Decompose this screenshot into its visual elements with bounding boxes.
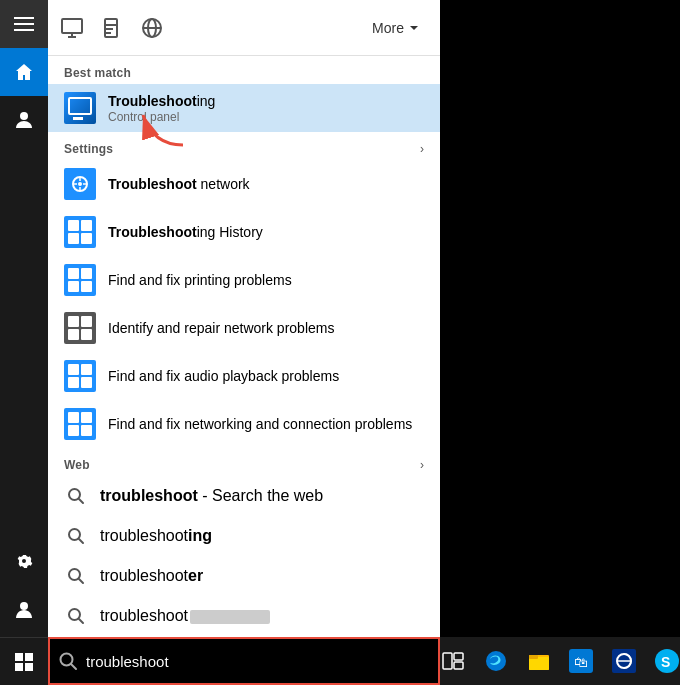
best-match-title-bold: Troubleshoot [108,93,197,109]
web-arrow-icon: › [420,458,424,472]
settings-item-1-text: Troubleshoot network [108,175,424,193]
svg-rect-7 [15,663,23,671]
svg-rect-6 [25,653,33,661]
globe-icon[interactable] [136,12,168,44]
search-input-value[interactable]: troubleshoot [78,653,430,670]
web-item-2-text: troubleshooting [100,527,424,545]
svg-point-15 [78,182,82,186]
settings-item-4-icon [64,312,96,344]
settings-item-3[interactable]: Find and fix printing problems [48,256,440,304]
results-area: Best match Troubleshooting Control panel [48,56,440,637]
best-match-item[interactable]: Troubleshooting Control panel [48,84,440,132]
settings-item-2[interactable]: Troubleshooting History [48,208,440,256]
settings-item-3-text: Find and fix printing problems [108,271,424,289]
settings-item-4[interactable]: Identify and repair network problems [48,304,440,352]
settings-item-5-text: Find and fix audio playback problems [108,367,424,385]
settings-item-6-icon [64,408,96,440]
monitor-icon[interactable] [56,12,88,44]
web-item-2[interactable]: troubleshooting [48,516,440,556]
settings-item-6-text: Find and fix networking and connection p… [108,415,424,433]
right-area: 🛍 S [440,0,680,685]
web-search-icon-1 [64,484,88,508]
settings-section-header[interactable]: Settings › [48,132,440,160]
best-match-title: Troubleshooting [108,92,424,110]
skype-icon[interactable]: S [653,643,680,679]
web-search-icon-4 [64,604,88,628]
svg-rect-28 [529,655,538,659]
svg-point-25 [486,651,506,671]
settings-item-6-title: Find and fix networking and connection p… [108,415,424,433]
taskbar-bottom-section [0,537,48,685]
best-match-text: Troubleshooting Control panel [108,92,424,124]
hamburger-menu-icon[interactable] [0,0,48,48]
web-search-icon-2 [64,524,88,548]
settings-item-5-icon [64,360,96,392]
toolbar: More [48,0,440,56]
best-match-subtitle: Control panel [108,110,424,124]
settings-item-4-title: Identify and repair network problems [108,319,424,337]
svg-rect-9 [62,19,82,33]
settings-item-5-title: Find and fix audio playback problems [108,367,424,385]
web-label: Web [64,458,90,472]
web-item-4-text: troubleshoot [100,607,424,625]
file-explorer-icon[interactable] [525,643,552,679]
best-match-title-rest: ing [197,93,216,109]
best-match-label: Best match [48,56,440,84]
svg-point-4 [20,602,28,610]
svg-point-3 [20,112,28,120]
svg-text:🛍: 🛍 [574,654,588,670]
svg-rect-2 [14,29,34,31]
more-button[interactable]: More [360,14,432,42]
svg-rect-5 [15,653,23,661]
search-panel: More Best match Troubleshooting Control … [48,0,440,685]
svg-rect-0 [14,17,34,19]
svg-rect-1 [14,23,34,25]
ie-icon[interactable] [611,643,638,679]
web-section-header[interactable]: Web › [48,448,440,476]
svg-rect-8 [25,663,33,671]
settings-item-1-title: Troubleshoot network [108,175,424,193]
web-item-1-text: troubleshoot - Search the web [100,487,424,505]
edge-browser-icon[interactable] [483,643,510,679]
settings-label: Settings [64,142,113,156]
search-bar-icon [58,651,78,671]
more-label: More [372,20,404,36]
web-item-3-text: troubleshooter [100,567,424,585]
svg-rect-22 [443,653,452,669]
settings-item-4-text: Identify and repair network problems [108,319,424,337]
settings-item-1-icon [64,168,96,200]
windows-taskbar: 🛍 S [440,637,680,685]
document-icon[interactable] [96,12,128,44]
settings-item-2-title: Troubleshooting History [108,223,424,241]
web-item-4[interactable]: troubleshoot [48,596,440,636]
settings-item-2-text: Troubleshooting History [108,223,424,241]
settings-item-5[interactable]: Find and fix audio playback problems [48,352,440,400]
settings-item-3-title: Find and fix printing problems [108,271,424,289]
settings-item-2-icon [64,216,96,248]
settings-item-6[interactable]: Find and fix networking and connection p… [48,400,440,448]
search-bar[interactable]: troubleshoot [48,637,440,685]
svg-text:S: S [661,654,670,670]
home-icon[interactable] [0,48,48,96]
svg-rect-23 [454,653,463,660]
web-item-3[interactable]: troubleshooter [48,556,440,596]
settings-arrow-icon: › [420,142,424,156]
left-taskbar [0,0,48,685]
control-panel-icon [64,92,96,124]
web-item-1[interactable]: troubleshoot - Search the web [48,476,440,516]
person-icon[interactable] [0,96,48,144]
windows-store-icon[interactable]: 🛍 [568,643,595,679]
task-view-icon[interactable] [440,643,467,679]
svg-rect-24 [454,662,463,669]
settings-item-3-icon [64,264,96,296]
windows-start-icon[interactable] [0,637,48,685]
settings-icon[interactable] [0,537,48,585]
web-search-icon-3 [64,564,88,588]
user-icon[interactable] [0,585,48,633]
settings-item-1[interactable]: Troubleshoot network [48,160,440,208]
